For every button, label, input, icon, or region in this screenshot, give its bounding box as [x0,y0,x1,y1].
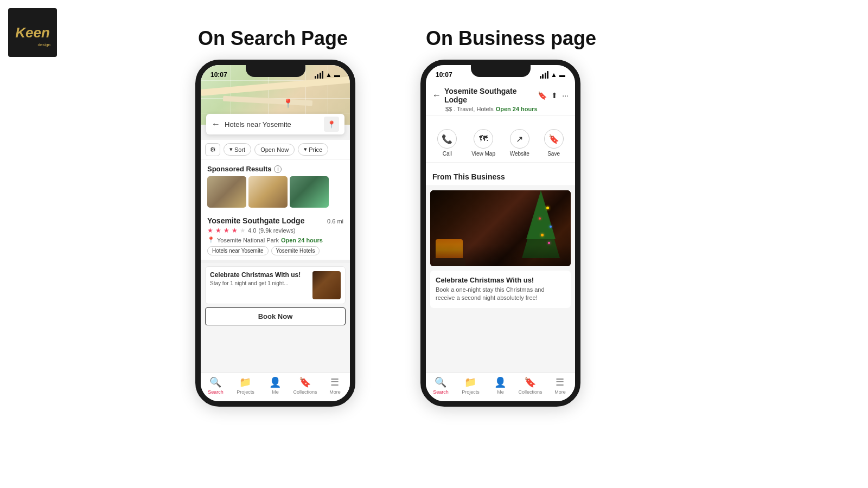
filter-row: ⚙ ▾Sort Open Now ▾Price [201,140,350,159]
website-button[interactable]: ↗ Website [510,129,529,157]
biz-header: ← Yosemite Southgate Lodge 🔖 ⬆ ··· $$ . … [426,82,575,116]
from-this-business: From This Business C [426,167,575,372]
hotel-distance: 0.6 mi [327,218,343,224]
promo-image [312,271,341,299]
open-now-button[interactable]: Open Now [254,144,295,156]
phone-screen-right: 10:07 ▲ ▬ ← Yosemite Southgate Lodge 🔖 [426,65,575,401]
bottom-nav-right: 🔍 Search 📁 Projects 👤 Me 🔖 Collections ☰… [426,372,575,401]
more-nav-icon: ☰ [330,376,339,388]
location-text: Yosemite National Park [217,237,279,243]
phone-notch-right [471,65,531,77]
nav-projects-right[interactable]: 📁 Projects [458,376,482,395]
search-bar[interactable]: ← Hotels near Yosemite 📍 [206,114,344,134]
status-icons-right: ▲ ▬ [540,71,565,79]
info-icon[interactable]: i [274,165,282,173]
phone-screen: 📍 10:07 ▲ ▬ ← Hotels near Yosemite 📍 [201,65,350,401]
search-query: Hotels near Yosemite [225,120,320,129]
phone-notch [246,65,305,77]
nav-projects-label: Projects [237,389,254,395]
battery-icon-right: ▬ [559,72,565,78]
left-phone: 📍 10:07 ▲ ▬ ← Hotels near Yosemite 📍 [195,60,355,407]
star-3: ★ [224,227,229,234]
scroll-content: Sponsored Results i Yosemite Southgate L… [201,159,350,373]
left-page-title: On Search Page [198,27,348,50]
nav-more-label: More [329,389,341,395]
biz-photo[interactable] [430,190,571,266]
open-now-label: Open Now [260,146,289,153]
save-icon: 🔖 [544,129,564,149]
nav-more[interactable]: ☰ More [323,376,347,395]
review-count: (9.9k reviews) [258,227,295,234]
view-map-button[interactable]: 🗺 View Map [471,129,495,157]
nav-projects-label-right: Projects [462,389,480,395]
me-nav-icon: 👤 [269,376,281,388]
biz-promo-desc: Book a one-night stay this Christmas and… [436,286,565,303]
sort-button[interactable]: ▾Sort [224,143,251,156]
call-icon: 📞 [437,129,457,149]
back-arrow[interactable]: ← [212,119,220,129]
biz-back-arrow[interactable]: ← [432,91,441,100]
tags-row: Hotels near Yosemite Yosemite Hotels [207,246,343,255]
open-status: Open 24 hours [281,237,323,243]
promo-desc: Stay for 1 night and get 1 night... [210,280,308,287]
save-label: Save [547,151,560,157]
nav-projects[interactable]: 📁 Projects [233,376,257,395]
status-time: 10:07 [210,71,227,79]
nav-me-label: Me [272,389,279,395]
map-icon: 🗺 [474,129,493,149]
action-row: 📞 Call 🗺 View Map ↗ Website 🔖 Save [426,124,575,163]
search-nav-icon: 🔍 [209,376,221,388]
nav-more-right[interactable]: ☰ More [548,376,572,395]
right-phone: 10:07 ▲ ▬ ← Yosemite Southgate Lodge 🔖 [420,60,580,407]
tag-2[interactable]: Yosemite Hotels [271,246,320,255]
projects-nav-icon: 📁 [239,376,251,388]
nav-collections-right[interactable]: 🔖 Collections [518,376,542,395]
share-icon[interactable]: ⬆ [551,91,558,100]
biz-name-row: ← Yosemite Southgate Lodge 🔖 ⬆ ··· [432,87,569,104]
book-now-button[interactable]: Book Now [205,307,346,325]
nav-search-label: Search [208,389,224,395]
hotel-images-row [201,176,350,212]
collections-nav-icon-right: 🔖 [524,376,536,388]
bookmark-icon[interactable]: 🔖 [538,91,547,100]
me-nav-icon-right: 👤 [494,376,506,388]
promo-title: Celebrate Christmas With us! [210,271,308,279]
search-nav-icon-right: 🔍 [435,376,446,388]
filter-icon-button[interactable]: ⚙ [205,143,220,156]
biz-price-category: $$ . Travel, Hotels [445,106,494,112]
rating-value: 4.0 [248,227,256,234]
nav-search[interactable]: 🔍 Search [203,376,227,395]
nav-search-right[interactable]: 🔍 Search [429,376,452,395]
biz-promo-card[interactable]: Celebrate Christmas With us! Book a one-… [430,271,571,308]
map-pin: 📍 [283,98,293,108]
call-label: Call [443,151,452,157]
nav-me[interactable]: 👤 Me [263,376,287,395]
projects-nav-icon-right: 📁 [464,376,476,388]
star-4: ★ [232,227,238,234]
promo-box[interactable]: Celebrate Christmas With us! Stay for 1 … [205,266,346,304]
person-pin-icon[interactable]: 📍 [324,117,339,132]
status-time-right: 10:07 [436,71,452,79]
hotel-image-2[interactable] [248,176,288,208]
location-pin-icon: 📍 [207,236,215,243]
nav-collections[interactable]: 🔖 Collections [293,376,317,395]
right-page-title: On Business page [426,27,596,50]
nav-me-right[interactable]: 👤 Me [488,376,512,395]
hotel-image-3[interactable] [290,176,329,208]
tag-1[interactable]: Hotels near Yosemite [207,246,269,255]
nav-collections-label-right: Collections [518,389,542,395]
save-button[interactable]: 🔖 Save [544,129,564,157]
nav-me-label-right: Me [497,389,504,395]
call-button[interactable]: 📞 Call [437,129,457,157]
price-button[interactable]: ▾Price [298,143,328,156]
price-label: Price [309,146,322,153]
rating-row: ★ ★ ★ ★ ★ 4.0 (9.9k reviews) [207,227,343,234]
hotel-image-1[interactable] [207,176,246,208]
biz-name: Yosemite Southgate Lodge [444,87,534,104]
status-icons: ▲ ▬ [315,71,340,79]
more-dots-icon[interactable]: ··· [562,91,569,100]
website-icon: ↗ [510,129,529,149]
hotel-listing[interactable]: Yosemite Southgate Lodge 0.6 mi ★ ★ ★ ★ … [201,212,350,260]
hotel-name: Yosemite Southgate Lodge [207,216,304,225]
view-map-label: View Map [471,151,495,157]
